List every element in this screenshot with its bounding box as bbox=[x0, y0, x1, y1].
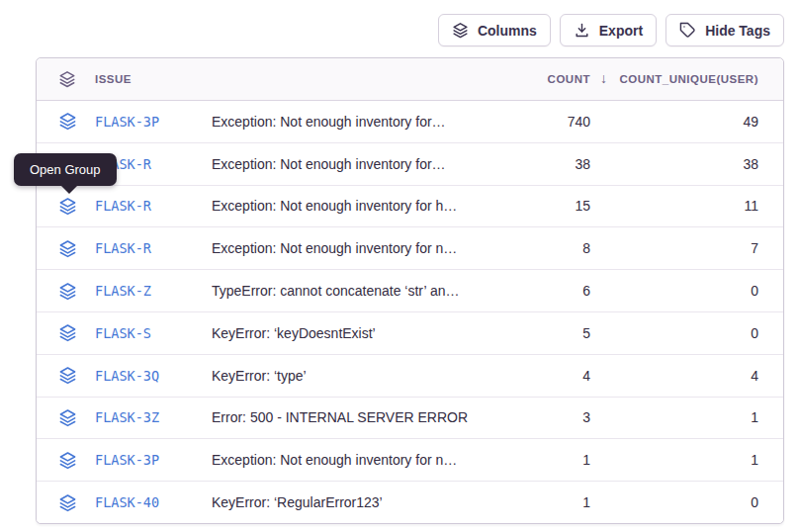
issue-link[interactable]: FLASK-R bbox=[95, 240, 212, 256]
open-group-button[interactable] bbox=[58, 239, 77, 258]
table-body: FLASK-3P Exception: Not enough inventory… bbox=[37, 101, 783, 523]
count-value: 4 bbox=[501, 368, 590, 384]
open-group-button[interactable] bbox=[58, 197, 77, 216]
count-value: 38 bbox=[501, 156, 590, 172]
table-row: FLASK-S KeyError: ‘keyDoesntExist’ 5 0 bbox=[37, 311, 783, 354]
issues-table: ISSUE COUNT ↓ COUNT_UNIQUE(USER) FLASK-3… bbox=[36, 57, 784, 524]
stack-icon bbox=[58, 323, 77, 342]
count-unique-value: 1 bbox=[590, 409, 758, 425]
issue-title: KeyError: ‘type’ bbox=[212, 368, 501, 384]
open-group-button[interactable] bbox=[58, 112, 77, 131]
issue-title: Exception: Not enough inventory for h… bbox=[212, 198, 501, 214]
hide-tags-button[interactable]: Hide Tags bbox=[665, 14, 784, 46]
issue-title: Exception: Not enough inventory for n… bbox=[212, 240, 501, 256]
open-group-button[interactable] bbox=[58, 323, 77, 342]
table-row: FLASK-3Z Error: 500 - INTERNAL SERVER ER… bbox=[37, 397, 783, 439]
column-header-count-label: COUNT bbox=[548, 73, 590, 85]
column-header-count-unique[interactable]: COUNT_UNIQUE(USER) bbox=[590, 73, 758, 85]
table-row: FLASK-R Exception: Not enough inventory … bbox=[37, 185, 783, 227]
count-value: 5 bbox=[501, 325, 590, 341]
issue-link[interactable]: FLASK-Z bbox=[95, 283, 212, 299]
issue-title: Exception: Not enough inventory for… bbox=[212, 156, 501, 172]
issue-title: Exception: Not enough inventory for… bbox=[212, 114, 501, 130]
count-unique-value: 49 bbox=[590, 114, 758, 130]
count-unique-value: 0 bbox=[590, 494, 758, 510]
issue-link[interactable]: FLASK-R bbox=[95, 198, 212, 214]
issue-title: KeyError: ‘keyDoesntExist’ bbox=[212, 325, 501, 341]
stack-icon bbox=[58, 197, 77, 216]
table-row: FLASK-Z TypeError: cannot concatenate ‘s… bbox=[37, 269, 783, 311]
issue-title: KeyError: ‘RegularError123’ bbox=[212, 494, 501, 510]
count-unique-value: 11 bbox=[590, 198, 758, 214]
open-group-button[interactable] bbox=[58, 408, 77, 427]
open-group-button[interactable] bbox=[58, 451, 77, 470]
export-button-label: Export bbox=[599, 23, 643, 39]
issue-link[interactable]: FLASK-3P bbox=[95, 452, 212, 468]
table-row: FLASK-40 KeyError: ‘RegularError123’ 1 0 bbox=[37, 481, 783, 523]
issue-link[interactable]: FLASK-3P bbox=[95, 114, 212, 130]
table-row: FLASK-R Exception: Not enough inventory … bbox=[37, 226, 783, 269]
tooltip-caret-icon bbox=[61, 186, 77, 194]
issue-link[interactable]: FLASK-S bbox=[95, 325, 212, 341]
column-header-issue[interactable]: ISSUE bbox=[95, 73, 212, 85]
download-icon bbox=[574, 22, 590, 39]
issue-link[interactable]: FLASK-3Q bbox=[95, 368, 212, 384]
count-value: 740 bbox=[501, 114, 590, 130]
stack-icon bbox=[58, 239, 77, 258]
stack-icon bbox=[58, 70, 77, 89]
count-value: 6 bbox=[501, 283, 590, 299]
stack-icon bbox=[58, 112, 77, 131]
sort-descending-icon: ↓ bbox=[600, 70, 607, 86]
count-unique-value: 4 bbox=[590, 368, 758, 384]
issue-title: TypeError: cannot concatenate ‘str’ an… bbox=[212, 283, 501, 299]
columns-button-label: Columns bbox=[478, 23, 537, 39]
table-row: FLASK-3P Exception: Not enough inventory… bbox=[37, 101, 783, 142]
page: Columns Export Hide Tags ISSUE COUNT ↓ C… bbox=[0, 0, 798, 532]
open-group-button[interactable] bbox=[58, 282, 77, 301]
count-unique-value: 0 bbox=[590, 283, 758, 299]
open-group-tooltip-label: Open Group bbox=[30, 162, 101, 177]
count-unique-value: 38 bbox=[590, 156, 758, 172]
count-value: 1 bbox=[501, 494, 590, 510]
count-value: 1 bbox=[501, 452, 590, 468]
stack-icon bbox=[58, 366, 77, 385]
open-group-button[interactable] bbox=[58, 493, 77, 512]
open-group-tooltip: Open Group bbox=[14, 153, 117, 186]
stack-icon bbox=[58, 451, 77, 470]
count-value: 15 bbox=[501, 198, 590, 214]
stack-icon bbox=[452, 22, 469, 39]
open-group-button[interactable] bbox=[58, 366, 77, 385]
table-row: FLASK-3Q KeyError: ‘type’ 4 4 bbox=[37, 354, 783, 397]
issue-title: Error: 500 - INTERNAL SERVER ERROR bbox=[212, 409, 501, 425]
column-header-count[interactable]: COUNT ↓ bbox=[501, 73, 590, 85]
issue-title: Exception: Not enough inventory for n… bbox=[212, 452, 501, 468]
table-row: FLASK-3P Exception: Not enough inventory… bbox=[37, 438, 783, 481]
tag-icon bbox=[679, 22, 696, 39]
issue-link[interactable]: FLASK-40 bbox=[95, 494, 212, 510]
count-unique-value: 1 bbox=[590, 452, 758, 468]
stack-icon bbox=[58, 493, 77, 512]
count-value: 8 bbox=[501, 240, 590, 256]
stack-icon bbox=[58, 408, 77, 427]
issue-link[interactable]: FLASK-3Z bbox=[95, 409, 212, 425]
table-header-row: ISSUE COUNT ↓ COUNT_UNIQUE(USER) bbox=[37, 58, 783, 101]
count-unique-value: 7 bbox=[590, 240, 758, 256]
columns-button[interactable]: Columns bbox=[438, 14, 551, 46]
count-value: 3 bbox=[501, 409, 590, 425]
export-button[interactable]: Export bbox=[560, 14, 657, 46]
hide-tags-button-label: Hide Tags bbox=[705, 23, 770, 39]
stack-icon bbox=[58, 282, 77, 301]
count-unique-value: 0 bbox=[590, 325, 758, 341]
toolbar: Columns Export Hide Tags bbox=[438, 14, 784, 46]
table-row: FLASK-R Exception: Not enough inventory … bbox=[37, 142, 783, 185]
